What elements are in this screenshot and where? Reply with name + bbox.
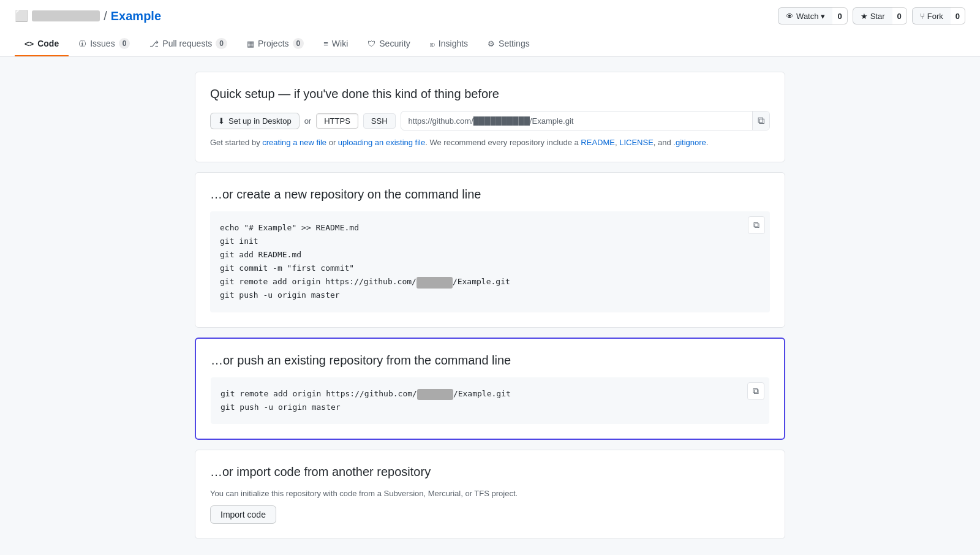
create-file-link[interactable]: creating a new file <box>262 138 326 147</box>
new-repo-code-text: echo "# Example" >> README.md git init g… <box>220 221 760 303</box>
fork-group: ⑂ Fork 0 <box>912 7 965 25</box>
header-top: ⬜ ██████████ / Example 👁 Watch ▾ 0 ★ Sta… <box>15 0 965 32</box>
push-existing-card: …or push an existing repository from the… <box>195 338 785 440</box>
new-repo-card: …or create a new repository on the comma… <box>195 172 785 328</box>
tab-code-label: Code <box>37 39 59 48</box>
tab-insights-label: Insights <box>439 39 468 48</box>
hint-text: Get started by creating a new file or up… <box>210 138 770 147</box>
repo-separator: / <box>104 9 107 23</box>
star-group: ★ Star 0 <box>853 7 907 25</box>
issues-count: 0 <box>119 38 130 49</box>
or-text: or <box>304 116 312 126</box>
issues-icon: 🛈 <box>78 39 86 48</box>
projects-icon: ▦ <box>247 39 254 48</box>
push-existing-title: …or push an existing repository from the… <box>211 353 769 368</box>
security-icon: 🛡 <box>368 39 375 48</box>
import-code-description: You can initialize this repository with … <box>210 489 770 498</box>
new-repo-code: ⧉ echo "# Example" >> README.md git init… <box>210 211 770 312</box>
code-icon: <> <box>24 39 34 48</box>
tab-wiki[interactable]: ≡ Wiki <box>314 32 358 56</box>
page-header: ⬜ ██████████ / Example 👁 Watch ▾ 0 ★ Sta… <box>0 0 980 57</box>
tab-insights[interactable]: ⎄ Insights <box>420 32 478 56</box>
star-icon: ★ <box>861 12 868 21</box>
fork-label: Fork <box>927 12 943 21</box>
pr-icon: ⎇ <box>149 39 159 48</box>
desktop-icon: ⬇ <box>218 116 225 126</box>
copy-icon: ⧉ <box>758 115 764 126</box>
repo-owner: ██████████ <box>32 10 100 21</box>
tab-settings-label: Settings <box>499 39 530 48</box>
setup-row: ⬇ Set up in Desktop or HTTPS SSH ⧉ <box>210 111 770 130</box>
license-link[interactable]: LICENSE <box>619 138 654 147</box>
watch-group: 👁 Watch ▾ 0 <box>778 7 848 25</box>
insights-icon: ⎄ <box>430 39 435 48</box>
nav-tabs: <> Code 🛈 Issues 0 ⎇ Pull requests 0 ▦ P… <box>15 32 965 56</box>
tab-projects[interactable]: ▦ Projects 0 <box>237 32 314 56</box>
repo-title: ⬜ ██████████ / Example <box>15 9 161 23</box>
settings-icon: ⚙ <box>488 39 495 48</box>
push-existing-code: ⧉ git remote add origin https://github.c… <box>211 377 769 424</box>
watch-button[interactable]: 👁 Watch ▾ <box>778 7 832 25</box>
tab-security-label: Security <box>379 39 410 48</box>
import-code-button[interactable]: Import code <box>210 505 276 524</box>
eye-icon: 👁 <box>786 12 794 21</box>
tab-code[interactable]: <> Code <box>15 32 69 56</box>
tab-pr-label: Pull requests <box>162 39 212 48</box>
tab-pull-requests[interactable]: ⎇ Pull requests 0 <box>140 32 237 56</box>
url-input[interactable] <box>401 113 752 129</box>
tab-issues-label: Issues <box>90 39 115 48</box>
new-repo-title: …or create a new repository on the comma… <box>210 187 770 202</box>
readme-link[interactable]: README <box>581 138 615 147</box>
copy-push-button[interactable]: ⧉ <box>747 382 764 400</box>
tab-settings[interactable]: ⚙ Settings <box>478 32 540 56</box>
star-button[interactable]: ★ Star <box>853 7 892 25</box>
import-code-card: …or import code from another repository … <box>195 450 785 539</box>
https-button[interactable]: HTTPS <box>316 113 358 129</box>
wiki-icon: ≡ <box>323 39 328 48</box>
watch-label: Watch <box>796 12 818 21</box>
star-count[interactable]: 0 <box>892 7 907 25</box>
quick-setup-card: Quick setup — if you've done this kind o… <box>195 72 785 162</box>
copy-new-repo-button[interactable]: ⧉ <box>748 216 765 234</box>
ssh-button[interactable]: SSH <box>363 113 396 129</box>
desktop-button[interactable]: ⬇ Set up in Desktop <box>210 113 300 129</box>
fork-count[interactable]: 0 <box>951 7 965 25</box>
desktop-btn-label: Set up in Desktop <box>228 116 292 126</box>
push-existing-code-text: git remote add origin https://github.com… <box>221 387 760 414</box>
quick-setup-title: Quick setup — if you've done this kind o… <box>210 87 770 101</box>
upload-file-link[interactable]: uploading an existing file <box>338 138 425 147</box>
repo-name-link[interactable]: Example <box>111 9 161 23</box>
watch-dropdown-icon: ▾ <box>821 12 825 21</box>
tab-wiki-label: Wiki <box>332 39 348 48</box>
copy-push-icon: ⧉ <box>753 386 759 396</box>
repo-icon: ⬜ <box>15 9 28 23</box>
watch-count[interactable]: 0 <box>832 7 847 25</box>
tab-security[interactable]: 🛡 Security <box>358 32 420 56</box>
main-content: Quick setup — if you've done this kind o… <box>180 72 800 539</box>
header-actions: 👁 Watch ▾ 0 ★ Star 0 ⑂ Fork <box>778 7 965 25</box>
fork-icon: ⑂ <box>920 12 925 21</box>
star-label: Star <box>870 12 885 21</box>
gitignore-link[interactable]: .gitignore <box>673 138 706 147</box>
fork-button[interactable]: ⑂ Fork <box>912 7 951 25</box>
copy-new-repo-icon: ⧉ <box>753 220 760 230</box>
url-input-row: ⧉ <box>401 111 770 130</box>
tab-projects-label: Projects <box>258 39 289 48</box>
tab-issues[interactable]: 🛈 Issues 0 <box>69 32 140 56</box>
pr-count: 0 <box>216 38 227 49</box>
projects-count: 0 <box>293 38 304 49</box>
copy-url-button[interactable]: ⧉ <box>752 111 769 130</box>
import-code-title: …or import code from another repository <box>210 465 770 479</box>
